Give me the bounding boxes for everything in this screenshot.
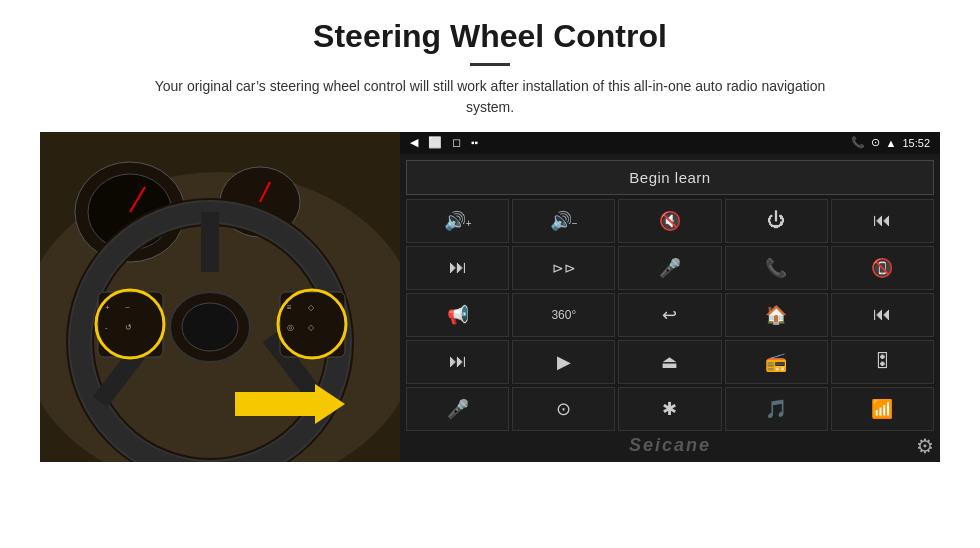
time-display: 15:52 (902, 137, 930, 149)
back-icon[interactable]: ◀ (410, 136, 418, 149)
steering-wheel-image: + ~ - ↺ ≡ ◇ ◎ ◇ (40, 132, 400, 462)
home-nav-button[interactable]: 🏠 (725, 293, 828, 337)
statusbar-left: ◀ ⬜ ◻ ▪▪ (410, 136, 478, 149)
back-nav-icon: ↩ (662, 304, 677, 326)
page-container: Steering Wheel Control Your original car… (0, 0, 980, 548)
vol-up-icon: 🔊+ (444, 210, 472, 232)
phone-icon: 📞 (851, 136, 865, 149)
android-screen: ◀ ⬜ ◻ ▪▪ 📞 ⊙ ▲ 15:52 Begin learn (400, 132, 940, 462)
voice-icon: 🎤 (447, 398, 469, 420)
mic-icon: 🎤 (659, 257, 681, 279)
recents-icon[interactable]: ◻ (452, 136, 461, 149)
title-divider (470, 63, 510, 66)
back-nav-button[interactable]: ↩ (618, 293, 721, 337)
rewind-icon: ⏮ (873, 304, 891, 325)
nav-icon: ▶ (557, 351, 571, 373)
settings2-button[interactable]: ⊙ (512, 387, 615, 431)
svg-text:-: - (105, 323, 108, 332)
signal-button[interactable]: 📶 (831, 387, 934, 431)
nav-button[interactable]: ▶ (512, 340, 615, 384)
skip-forward-button[interactable]: ⏭ (406, 340, 509, 384)
end-call-icon: 📵 (871, 257, 893, 279)
bluetooth-icon: ✱ (662, 398, 677, 420)
mute-icon: 🔇 (659, 210, 681, 232)
vol-up-button[interactable]: 🔊+ (406, 199, 509, 243)
next-track-button[interactable]: ⏭ (406, 246, 509, 290)
settings-gear-button[interactable]: ⚙ (916, 434, 934, 458)
page-subtitle: Your original car’s steering wheel contr… (140, 76, 840, 118)
ff-button[interactable]: ⊳⊳ (512, 246, 615, 290)
bluetooth-button[interactable]: ✱ (618, 387, 721, 431)
svg-text:◎: ◎ (287, 323, 294, 332)
mic-button[interactable]: 🎤 (618, 246, 721, 290)
ff-icon: ⊳⊳ (552, 260, 576, 276)
prev-track-button[interactable]: ⏮ (831, 199, 934, 243)
home-icon[interactable]: ⬜ (428, 136, 442, 149)
svg-point-14 (182, 303, 238, 351)
content-row: + ~ - ↺ ≡ ◇ ◎ ◇ (40, 132, 940, 462)
radio-button[interactable]: 📻 (725, 340, 828, 384)
svg-text:↺: ↺ (125, 323, 132, 332)
steering-img-bg: + ~ - ↺ ≡ ◇ ◎ ◇ (40, 132, 400, 462)
call-icon: 📞 (765, 257, 787, 279)
mute-button[interactable]: 🔇 (618, 199, 721, 243)
svg-text:◇: ◇ (308, 323, 315, 332)
statusbar-right: 📞 ⊙ ▲ 15:52 (851, 136, 930, 149)
power-icon: ⏻ (767, 210, 785, 231)
gear-icon: ⚙ (916, 435, 934, 457)
power-button[interactable]: ⏻ (725, 199, 828, 243)
prev-track-icon: ⏮ (873, 210, 891, 231)
battery-signal-icon: ▪▪ (471, 137, 478, 148)
svg-text:~: ~ (125, 303, 130, 312)
home-nav-icon: 🏠 (765, 304, 787, 326)
end-call-button[interactable]: 📵 (831, 246, 934, 290)
svg-text:≡: ≡ (287, 303, 292, 312)
volume-mode-icon: 📢 (447, 304, 469, 326)
svg-text:◇: ◇ (308, 303, 315, 312)
camera-360-icon: 360° (551, 308, 576, 322)
call-button[interactable]: 📞 (725, 246, 828, 290)
equalizer-icon: 🎛 (873, 351, 891, 372)
skip-forward-icon: ⏭ (449, 351, 467, 372)
steering-wheel-svg: + ~ - ↺ ≡ ◇ ◎ ◇ (40, 132, 400, 462)
begin-learn-button[interactable]: Begin learn (406, 160, 934, 195)
rewind-button[interactable]: ⏮ (831, 293, 934, 337)
location-icon: ⊙ (871, 136, 880, 149)
camera-360-button[interactable]: 360° (512, 293, 615, 337)
android-bottom-area: Seicane ⚙ (400, 437, 940, 462)
page-title: Steering Wheel Control (313, 18, 667, 55)
seicane-watermark: Seicane (629, 435, 711, 456)
android-content: Begin learn 🔊+ 🔊− 🔇 ⏻ (400, 154, 940, 437)
equalizer-button[interactable]: 🎛 (831, 340, 934, 384)
android-statusbar: ◀ ⬜ ◻ ▪▪ 📞 ⊙ ▲ 15:52 (400, 132, 940, 154)
vol-down-button[interactable]: 🔊− (512, 199, 615, 243)
icon-grid: 🔊+ 🔊− 🔇 ⏻ ⏮ ⏭ (406, 199, 934, 431)
volume-mode-button[interactable]: 📢 (406, 293, 509, 337)
wifi-icon: ▲ (886, 137, 897, 149)
radio-icon: 📻 (765, 351, 787, 373)
next-track-icon: ⏭ (449, 257, 467, 278)
signal-icon: 📶 (871, 398, 893, 420)
eject-icon: ⏏ (661, 351, 678, 373)
music-button[interactable]: 🎵 (725, 387, 828, 431)
voice-button[interactable]: 🎤 (406, 387, 509, 431)
vol-down-icon: 🔊− (550, 210, 578, 232)
svg-text:+: + (105, 303, 110, 312)
settings2-icon: ⊙ (556, 398, 571, 420)
music-icon: 🎵 (765, 398, 787, 420)
eject-button[interactable]: ⏏ (618, 340, 721, 384)
